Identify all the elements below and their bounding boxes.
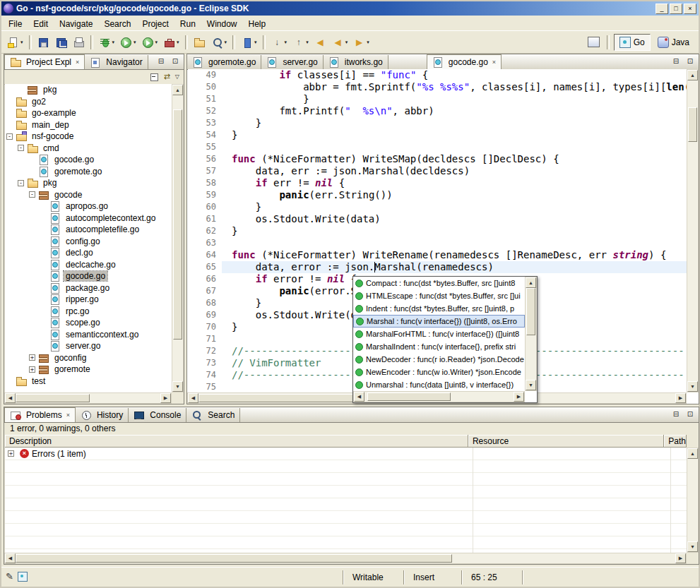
problems-vertical-scrollbar[interactable]: ▲▼ (687, 448, 699, 553)
external-tools-button[interactable]: ▾ (161, 34, 182, 51)
code-line[interactable]: 54} (188, 129, 687, 141)
menu-search[interactable]: Search (98, 18, 136, 30)
maximize-button[interactable]: □ (670, 4, 682, 14)
tree-item-ripper-go[interactable]: ripper.go (5, 294, 172, 306)
tree-item-nsf-gocode[interactable]: -nsf-gocode (5, 131, 172, 143)
tab-problems[interactable]: Problems× (4, 407, 76, 422)
tree-item-go-example[interactable]: go-example (5, 107, 172, 119)
tab-console[interactable]: Console (129, 408, 186, 422)
tab-history[interactable]: History (76, 408, 129, 422)
completion-item[interactable]: Compact : func(dst *bytes.Buffer, src []… (353, 277, 525, 289)
new-go-element-button[interactable] (191, 34, 208, 51)
tree-item-pkg[interactable]: pkg (5, 84, 172, 96)
completion-item[interactable]: Marshal : func(v interface{}) ([]uint8, … (353, 315, 525, 328)
scroll-left-icon[interactable]: ◀ (354, 392, 364, 402)
tree-item-go2[interactable]: go2 (5, 96, 172, 108)
tab-project-expl[interactable]: Project Expl× (4, 54, 85, 69)
explorer-vertical-scrollbar[interactable]: ▲▼ (172, 84, 184, 392)
save-all-button[interactable] (53, 34, 69, 51)
popup-horizontal-scrollbar[interactable]: ◀▶ (353, 391, 525, 402)
menu-help[interactable]: Help (243, 18, 272, 30)
collapse-icon[interactable]: - (29, 191, 35, 198)
maximize-view-icon[interactable]: ⊡ (684, 409, 696, 420)
code-line[interactable]: 64func (*NiceFormatter) WriteRename(rena… (188, 249, 687, 261)
tree-item-goremote-go[interactable]: goremote.go (5, 166, 172, 178)
code-line[interactable]: 61 os.Stdout.Write(data) (188, 213, 687, 225)
code-line[interactable]: 49 if classes[i] == "func" { (188, 69, 687, 81)
bookmark-button[interactable]: ▾ (239, 34, 259, 51)
tree-item-goremote[interactable]: +goremote (5, 364, 172, 376)
scroll-up-icon[interactable]: ▲ (687, 70, 698, 80)
completion-item[interactable]: Indent : func(dst *bytes.Buffer, src []u… (353, 302, 525, 315)
collapse-icon[interactable]: - (18, 180, 24, 186)
close-icon[interactable]: × (76, 59, 79, 66)
scroll-left-icon[interactable]: ◀ (5, 393, 16, 403)
scroll-down-icon[interactable]: ▼ (172, 381, 183, 392)
print-button[interactable] (71, 34, 87, 51)
close-icon[interactable]: × (492, 59, 496, 66)
code-line[interactable]: 63 (188, 237, 687, 249)
tree-item-server-go[interactable]: server.go (5, 340, 172, 352)
tree-item-semanticcontext-go[interactable]: semanticcontext.go (5, 329, 172, 341)
editor-vertical-scrollbar[interactable]: ▲▼ (687, 69, 699, 392)
scrollbar-thumb[interactable] (16, 554, 452, 563)
scrollbar-thumb[interactable] (173, 109, 182, 340)
tree-item-apropos-go[interactable]: apropos.go (5, 200, 172, 212)
scroll-left-icon[interactable]: ◀ (188, 393, 198, 403)
code-line[interactable]: 58 if err != nil { (188, 177, 687, 189)
next-annotation-button[interactable]: ↓▾ (269, 34, 290, 51)
new-button[interactable]: ▾ (5, 34, 25, 51)
completion-item[interactable]: MarshalForHTML : func(v interface{}) ([]… (353, 328, 525, 340)
problems-horizontal-scrollbar[interactable]: ◀▶ (4, 553, 687, 564)
problems-row[interactable]: +×Errors (1 item) (5, 448, 687, 460)
tree-item-gocode-go[interactable]: gocode.go (5, 270, 172, 282)
code-line[interactable]: 60 } (188, 201, 687, 213)
save-button[interactable] (35, 34, 52, 51)
editor-tab-goremote-go[interactable]: goremote.go (187, 55, 261, 69)
tree-item-package-go[interactable]: package.go (5, 282, 172, 294)
menu-navigate[interactable]: Navigate (54, 18, 98, 30)
menu-window[interactable]: Window (201, 18, 243, 30)
editor-tab-itworks-go[interactable]: itworks.go (324, 55, 388, 69)
minimize-view-icon[interactable]: ⊟ (670, 56, 682, 67)
code-line[interactable]: 55 (188, 141, 687, 153)
link-with-editor-button[interactable]: ⇄ (162, 71, 172, 82)
code-line[interactable]: 62} (188, 225, 687, 237)
tree-item-scope-go[interactable]: scope.go (5, 317, 172, 329)
code-line[interactable]: 50 abbr = fmt.Sprintf("%s %s%s", classes… (188, 81, 687, 93)
close-button[interactable]: × (684, 4, 696, 14)
menu-run[interactable]: Run (174, 18, 201, 30)
code-line[interactable]: 51 } (188, 93, 687, 105)
scrollbar-thumb[interactable] (526, 288, 535, 335)
close-icon[interactable]: × (66, 412, 70, 419)
code-line[interactable]: 56func (*NiceFormatter) WriteSMap(declde… (188, 153, 687, 165)
editor-tab-gocode-go[interactable]: gocode.go× (427, 54, 502, 69)
tree-item-test[interactable]: test (5, 376, 172, 388)
tree-item-rpc-go[interactable]: rpc.go (5, 306, 172, 318)
scroll-down-icon[interactable]: ▼ (687, 541, 698, 552)
open-perspective-button[interactable] (586, 34, 602, 51)
code-line[interactable]: 57 data, err := json.Marshal(decldescs) (188, 165, 687, 177)
expand-icon[interactable]: + (29, 354, 35, 361)
completion-item[interactable]: Unmarshal : func(data []uint8, v interfa… (353, 378, 525, 391)
code-line[interactable]: 52 fmt.Printf(" %s\n", abbr) (188, 105, 687, 117)
menu-file[interactable]: File (3, 18, 28, 30)
completion-item[interactable]: MarshalIndent : func(v interface{}, pref… (353, 340, 525, 353)
tree-item-config-go[interactable]: config.go (5, 236, 172, 248)
debug-button[interactable]: ▾ (97, 34, 117, 51)
tree-item-gocode-go[interactable]: gocode.go (5, 154, 172, 166)
perspective-go[interactable]: Go (614, 34, 651, 51)
explorer-horizontal-scrollbar[interactable]: ◀▶ (4, 392, 172, 404)
collapse-icon[interactable]: - (6, 133, 13, 140)
last-edit-location-button[interactable]: ◀ (312, 34, 328, 51)
tree-item-autocompletecontext-go[interactable]: autocompletecontext.go (5, 212, 172, 224)
minimize-view-icon[interactable]: ⊟ (155, 56, 167, 67)
view-menu-button[interactable]: ▽ (174, 73, 181, 80)
minimize-view-icon[interactable]: ⊟ (670, 409, 682, 420)
scroll-left-icon[interactable]: ◀ (5, 553, 16, 563)
column-header-description[interactable]: Description (5, 435, 468, 447)
perspective-java[interactable]: Java (652, 34, 695, 51)
back-button[interactable]: ◀▾ (330, 34, 350, 51)
completion-item[interactable]: HTMLEscape : func(dst *bytes.Buffer, src… (353, 289, 525, 302)
scrollbar-thumb[interactable] (688, 107, 697, 142)
